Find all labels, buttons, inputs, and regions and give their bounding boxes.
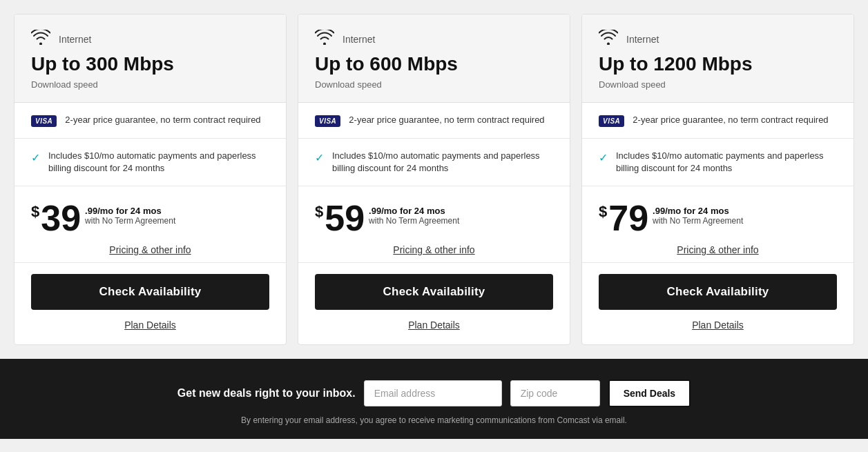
wifi-icon — [31, 30, 50, 49]
feature-row-2-1: ✓ Includes $10/mo automatic payments and… — [582, 139, 853, 186]
pricing-other-info-link[interactable]: Pricing & other info — [315, 244, 553, 255]
header-top: Internet — [315, 30, 553, 49]
card-body-0: VISA 2-year price guarantee, no term con… — [15, 103, 286, 344]
visa-badge: VISA — [599, 115, 624, 127]
card-body-1: VISA 2-year price guarantee, no term con… — [298, 103, 570, 344]
plan-details-link[interactable]: Plan Details — [408, 320, 460, 331]
action-row-1: Check Availability Plan Details — [298, 263, 570, 344]
feature-row-2-0: VISA 2-year price guarantee, no term con… — [582, 103, 853, 139]
visa-badge: VISA — [31, 115, 57, 127]
price-display: $ 39 .99/mo for 24 mos with No Term Agre… — [31, 200, 269, 236]
internet-label: Internet — [59, 34, 91, 45]
footer-bar: Get new deals right to your inbox. Send … — [0, 359, 868, 439]
price-details: .99/mo for 24 mos with No Term Agreement — [85, 206, 175, 226]
price-details: .99/mo for 24 mos with No Term Agreement — [653, 206, 743, 226]
price-display: $ 79 .99/mo for 24 mos with No Term Agre… — [599, 200, 837, 236]
zip-input[interactable] — [510, 380, 600, 406]
feature-text: Includes $10/mo automatic payments and p… — [616, 150, 837, 175]
feature-text: 2-year price guarantee, no term contract… — [633, 114, 828, 126]
wifi-icon — [599, 30, 618, 49]
price-cents: .99/mo for 24 mos — [369, 206, 459, 216]
check-availability-button[interactable]: Check Availability — [315, 274, 553, 310]
footer-inner: Get new deals right to your inbox. Send … — [14, 380, 854, 425]
plan-card-plan-300: Internet Up to 300 Mbps Download speed V… — [14, 14, 287, 345]
price-main: 79 — [608, 200, 648, 236]
card-header-2: Internet Up to 1200 Mbps Download speed — [582, 14, 853, 103]
feature-text: 2-year price guarantee, no term contract… — [349, 114, 544, 126]
card-body-2: VISA 2-year price guarantee, no term con… — [582, 103, 853, 344]
pricing-other-info-link[interactable]: Pricing & other info — [599, 244, 837, 255]
speed-title: Up to 300 Mbps — [31, 53, 269, 75]
email-input[interactable] — [364, 380, 502, 406]
pricing-row-1: $ 59 .99/mo for 24 mos with No Term Agre… — [298, 186, 570, 263]
download-label: Download speed — [31, 79, 269, 90]
internet-label: Internet — [626, 34, 659, 45]
download-label: Download speed — [599, 79, 837, 90]
header-top: Internet — [31, 30, 269, 49]
pricing-row-0: $ 39 .99/mo for 24 mos with No Term Agre… — [15, 186, 286, 263]
price-term: with No Term Agreement — [369, 216, 459, 226]
action-row-2: Check Availability Plan Details — [582, 263, 853, 344]
footer-disclaimer: By entering your email address, you agre… — [241, 415, 627, 425]
card-header-1: Internet Up to 600 Mbps Download speed — [298, 14, 570, 103]
send-deals-button[interactable]: Send Deals — [608, 380, 691, 407]
feature-row-1-1: ✓ Includes $10/mo automatic payments and… — [298, 139, 570, 186]
check-availability-button[interactable]: Check Availability — [31, 274, 269, 310]
footer-tagline: Get new deals right to your inbox. — [177, 387, 356, 400]
price-display: $ 59 .99/mo for 24 mos with No Term Agre… — [315, 200, 553, 236]
cards-container: Internet Up to 300 Mbps Download speed V… — [14, 14, 854, 345]
feature-row-0-1: ✓ Includes $10/mo automatic payments and… — [15, 139, 286, 186]
main-content: Internet Up to 300 Mbps Download speed V… — [0, 0, 868, 345]
speed-title: Up to 600 Mbps — [315, 53, 553, 75]
price-term: with No Term Agreement — [85, 216, 175, 226]
price-dollar: $ — [599, 203, 607, 221]
price-main: 59 — [325, 200, 365, 236]
plan-card-plan-1200: Internet Up to 1200 Mbps Download speed … — [581, 14, 854, 345]
feature-row-0-0: VISA 2-year price guarantee, no term con… — [15, 103, 286, 139]
speed-title: Up to 1200 Mbps — [599, 53, 837, 75]
footer-top: Get new deals right to your inbox. Send … — [177, 380, 691, 407]
check-availability-button[interactable]: Check Availability — [599, 274, 837, 310]
price-main: 39 — [41, 200, 81, 236]
internet-label: Internet — [343, 34, 375, 45]
card-header-0: Internet Up to 300 Mbps Download speed — [15, 14, 286, 103]
price-details: .99/mo for 24 mos with No Term Agreement — [369, 206, 459, 226]
pricing-other-info-link[interactable]: Pricing & other info — [31, 244, 269, 255]
checkmark-icon: ✓ — [31, 151, 40, 164]
checkmark-icon: ✓ — [315, 151, 324, 164]
plan-details-link[interactable]: Plan Details — [692, 320, 744, 331]
feature-row-1-0: VISA 2-year price guarantee, no term con… — [298, 103, 570, 139]
price-cents: .99/mo for 24 mos — [653, 206, 743, 216]
feature-text: Includes $10/mo automatic payments and p… — [332, 150, 553, 175]
plan-card-plan-600: Internet Up to 600 Mbps Download speed V… — [298, 14, 570, 345]
price-dollar: $ — [315, 203, 323, 221]
checkmark-icon: ✓ — [599, 151, 608, 164]
visa-badge: VISA — [315, 115, 340, 127]
feature-text: 2-year price guarantee, no term contract… — [65, 114, 260, 126]
pricing-row-2: $ 79 .99/mo for 24 mos with No Term Agre… — [582, 186, 853, 263]
action-row-0: Check Availability Plan Details — [15, 263, 286, 344]
wifi-icon — [315, 30, 334, 49]
header-top: Internet — [599, 30, 837, 49]
plan-details-link[interactable]: Plan Details — [124, 320, 176, 331]
feature-text: Includes $10/mo automatic payments and p… — [48, 150, 269, 175]
price-term: with No Term Agreement — [653, 216, 743, 226]
download-label: Download speed — [315, 79, 553, 90]
price-cents: .99/mo for 24 mos — [85, 206, 175, 216]
price-dollar: $ — [31, 203, 39, 221]
